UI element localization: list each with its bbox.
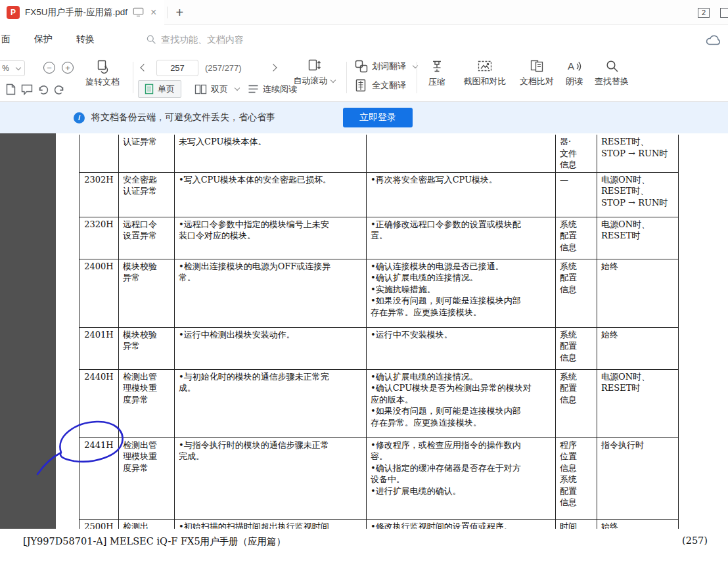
next-page-button[interactable] [271,63,277,72]
cell-name: 检测出管 理模块重 度异常 [119,437,175,519]
find-replace-label: 查找替换 [595,76,629,87]
cell-info: 系统 配置 信息 [556,369,597,437]
undo-rotate-icon[interactable] [37,83,50,97]
screen-cast-icon[interactable] [133,7,144,17]
zoom-in-button[interactable]: + [62,62,74,74]
document-compare-icon [530,59,544,73]
tab-close-icon[interactable]: × [149,7,158,18]
banner-text: 将文档备份云端，可避免文件丢失，省心省事 [91,112,275,123]
page-number-input-box[interactable] [156,60,198,76]
document-compare-button[interactable]: 文档比对 [516,59,557,87]
cell-code: 2441H [80,437,119,519]
cloud-sync-icon[interactable] [705,33,723,46]
new-tab-button[interactable]: + [175,6,183,19]
auto-scroll-button[interactable]: 自动滚动 [286,58,342,87]
redo-rotate-icon[interactable] [53,83,66,97]
search-input[interactable] [161,34,273,45]
rotate-document-icon [95,59,110,74]
read-aloud-label: 朗读 [566,76,583,87]
divider [346,62,347,93]
menu-bar: 面 保护 转换 [0,25,728,54]
table-row: 2302H安全密匙 认证异常•写入CPU模块本体的安全密匙已损坏。•再次将安全密… [80,172,679,217]
menu-item-convert[interactable]: 转换 [76,33,95,45]
view-double-page-button[interactable]: 双页 [189,80,245,98]
error-table-body: 认证异常未写入CPU模块本体。器· 文件 信息RESET时、 STOP → RU… [80,135,679,529]
comment-icon[interactable] [20,83,34,96]
cell-code: 2500H [80,519,119,529]
table-row: 2440H检测出管 理模块重 度异常•与初始化时的模块的通信步骤未正常完 成。•… [80,369,679,437]
cell-code: 2400H [80,259,119,327]
cell-desc: •与初始化时的模块的通信步骤未正常完 成。 [175,369,367,437]
cell-timing: 电源ON时、 RESET时 [597,217,679,259]
find-replace-icon [605,59,619,73]
tab-separator [167,7,168,18]
divider [133,62,133,93]
divider [417,62,417,93]
screenshot-compare-label: 截图和对比 [464,76,507,87]
double-page-label: 双页 [211,83,228,95]
error-code-table: 认证异常未写入CPU模块本体。器· 文件 信息RESET时、 STOP → RU… [79,135,679,529]
translate-selection-button[interactable]: 划词翻译 [355,60,417,73]
plus-glyph: + [65,64,70,72]
cell-name: 检测出 [119,519,175,529]
zoom-level-combo[interactable]: % [0,60,25,76]
cell-solution: •运行中不安装模块。 [367,327,556,369]
zoom-unit-label: % [2,64,9,73]
page-footer: [JY997D58701-A] MELSEC iQ-F FX5用户手册（应用篇）… [0,529,728,580]
manual-footer-text: [JY997D58701-A] MELSEC iQ-F FX5用户手册（应用篇） [23,535,286,548]
translate-full-text-button[interactable]: 全文翻译 [355,79,417,92]
clipped-window-icon[interactable] [720,8,728,18]
cell-desc: •检测出连接模块的电源为OFF或连接异 常。 [175,259,367,327]
rotate-document-button[interactable]: 旋转文档 [81,59,124,88]
login-now-button[interactable]: 立即登录 [343,108,413,127]
cell-info: — [556,172,597,217]
single-page-icon [145,83,154,95]
cell-code: 2302H [80,172,119,217]
minus-glyph: − [47,64,52,72]
pdf-canvas[interactable]: 认证异常未写入CPU模块本体。器· 文件 信息RESET时、 STOP → RU… [0,133,728,580]
single-page-label: 单页 [158,83,175,95]
read-aloud-button[interactable]: A 朗读 [560,59,589,87]
menu-item-protect[interactable]: 保护 [34,33,53,45]
table-row: 认证异常未写入CPU模块本体。器· 文件 信息RESET时、 STOP → RU… [80,135,679,172]
tab-bar: P FX5U用户手册-应用篇.pdf × + 2 [0,0,728,25]
cell-desc: •与指令执行时的模块的通信步骤未正常 完成。 [175,437,367,519]
find-replace-button[interactable]: 查找替换 [590,59,633,87]
compress-button[interactable]: 压缩 [422,59,452,88]
screenshot-compare-button[interactable]: 截图和对比 [459,59,511,87]
cell-code: 2401H [80,327,119,369]
page-number-input[interactable] [157,60,198,76]
cell-desc: 未写入CPU模块本体。 [175,135,367,172]
cell-solution: •修改程序，或检查应用指令的操作数内 容。 •确认指定的缓冲存储器是否存在于对方… [367,437,556,519]
screenshot-compare-icon [477,59,493,73]
compress-icon [430,59,444,74]
read-aloud-icon: A [567,59,582,73]
menu-item-page-partial[interactable]: 面 [1,33,11,45]
cloud-backup-banner: i 将文档备份云端，可避免文件丢失，省心省事 立即登录 [0,102,728,133]
cell-solution [367,135,556,172]
chevron-down-icon [16,64,21,70]
double-page-icon [194,84,207,95]
auto-scroll-label: 自动滚动 [294,75,335,87]
tabbar-right-controls: 2 [698,0,728,25]
cell-info: 系统 配置 信息 [556,327,597,369]
search-box[interactable] [146,34,273,45]
cell-timing: 电源ON时、 RESET时 [597,369,679,437]
cell-timing: 始终 [597,259,679,327]
cell-code [80,135,119,172]
cell-solution: •确认连接模块的电源是否已接通。 •确认扩展电缆的连接情况。 •实施抗噪措施。 … [367,259,556,327]
window-list-icon[interactable]: 2 [698,8,710,18]
cell-name: 检测出管 理模块重 度异常 [119,369,175,437]
zoom-out-button[interactable]: − [43,62,55,74]
cell-info: 系统 配置 信息 [556,259,597,327]
cell-name: 模块校验 异常 [119,327,175,369]
pdf-app-icon: P [7,6,20,19]
document-tab[interactable]: P FX5U用户手册-应用篇.pdf × [0,0,164,25]
view-single-page-button[interactable]: 单页 [138,80,181,98]
cell-name: 模块校验 异常 [119,259,175,327]
table-row: 2320H远程口令 设置异常•远程口令参数中指定的模块编号上未安 装口令对应的模… [80,217,679,259]
annotate-page-icon[interactable] [4,83,17,96]
translate-full-text-label: 全文翻译 [372,79,406,91]
previous-page-button[interactable] [141,63,148,72]
cell-solution: •修改执行监视时间的设置值或程序。 [367,519,556,529]
